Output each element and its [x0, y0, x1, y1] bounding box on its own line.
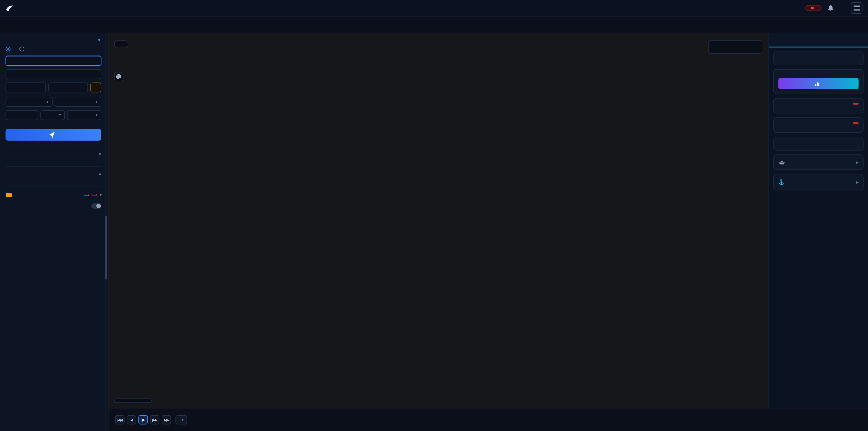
skip-end-button[interactable]: ▶▶|	[162, 415, 171, 425]
step-back-button[interactable]: ◀	[127, 415, 136, 425]
top-navbar	[0, 0, 868, 17]
chevron-right-icon: ▸	[99, 151, 101, 156]
folder-icon	[5, 192, 12, 197]
duration-select[interactable]: ▾	[67, 110, 101, 120]
notification-bell-icon[interactable]	[827, 4, 834, 12]
collapse-up-icon[interactable]: ▼	[97, 38, 101, 43]
master-layer-toggle[interactable]	[91, 203, 101, 209]
pollution-status-title	[778, 103, 859, 105]
pollution-analysis-card	[773, 69, 864, 94]
incident-status-badge	[805, 5, 822, 11]
weathering-card	[773, 137, 864, 151]
brand[interactable]	[5, 5, 20, 11]
owner-insurance-section[interactable]: ▸	[773, 174, 864, 190]
oil-type-select[interactable]: ▾	[55, 97, 101, 107]
app-root: ▼ ↑ ▾ ▾ ▾ ▾ ▸ ▸	[0, 0, 868, 431]
menu-icon[interactable]	[851, 2, 862, 13]
map-canvas[interactable]	[108, 33, 768, 408]
radio-direct-input[interactable]	[5, 47, 13, 52]
chevron-down-icon: ▾	[59, 113, 61, 118]
map-status-bar	[114, 398, 152, 403]
accident-name-input[interactable]	[5, 56, 101, 66]
run-prediction-button[interactable]	[5, 129, 101, 141]
accident-info-section[interactable]: ▸	[5, 146, 101, 161]
skip-start-button[interactable]: |◀◀	[115, 415, 125, 425]
longitude-input[interactable]	[48, 83, 88, 92]
up-arrow-icon: ↑	[94, 85, 96, 90]
anchor-icon	[778, 179, 784, 185]
sub-tabbar	[0, 17, 868, 33]
timeline-track[interactable]	[194, 408, 755, 431]
display-control-card	[773, 52, 864, 65]
weather-overlay	[114, 40, 128, 48]
ship-icon	[778, 159, 785, 165]
palette-icon	[116, 74, 122, 80]
spill-mode-select[interactable]: ▾	[5, 97, 52, 107]
chevron-down-icon: ▾	[46, 100, 49, 104]
action-buttons	[768, 408, 868, 431]
chevron-down-icon: ▾	[95, 100, 97, 104]
chevron-down-icon: ▾	[95, 113, 97, 118]
forecast-summary-title	[778, 122, 859, 124]
radio-image-upload[interactable]	[20, 47, 27, 52]
chart-icon	[815, 81, 819, 86]
radio-dot-icon	[5, 47, 10, 52]
radio-dot-icon	[20, 47, 24, 52]
map-area	[108, 33, 768, 408]
map-legend	[708, 40, 763, 54]
chevron-right-icon: ▸	[857, 160, 859, 165]
polygon-analysis-button[interactable]	[778, 78, 859, 89]
latitude-input[interactable]	[5, 83, 46, 92]
left-panel-scrollbar[interactable]	[105, 216, 107, 280]
summary-tab[interactable]	[769, 33, 868, 48]
analysis-summary-panel: ▸ ▸	[768, 33, 868, 408]
forecast-summary-card	[773, 117, 864, 133]
layers-all-off-button[interactable]	[91, 194, 97, 196]
nav-right	[805, 2, 862, 13]
accident-list-input[interactable]	[5, 69, 101, 79]
summary-content: ▸ ▸	[769, 48, 868, 195]
chevron-right-icon: ▸	[99, 172, 101, 177]
unit-select[interactable]: ▾	[40, 110, 65, 120]
impact-resources-section[interactable]: ▸	[5, 166, 101, 182]
danger-badge	[853, 103, 859, 105]
speed-select[interactable]: ▾	[176, 415, 187, 425]
pollution-status-card	[773, 98, 864, 114]
incident-dot-icon	[811, 6, 814, 9]
fast-forward-button[interactable]: ▶▶	[150, 415, 160, 425]
stage: ▼ ↑ ▾ ▾ ▾ ▾ ▸ ▸	[0, 0, 868, 431]
logo-icon	[5, 5, 13, 11]
map-style-palette-button[interactable]	[114, 72, 123, 81]
send-icon	[49, 132, 55, 138]
layers-section-header: ▾	[5, 186, 101, 201]
chevron-down-icon: ▾	[181, 418, 183, 423]
vessel-info-section[interactable]: ▸	[773, 154, 864, 170]
danger-badge	[853, 122, 859, 124]
play-button[interactable]: ▶	[138, 415, 148, 425]
chevron-down-icon[interactable]: ▾	[99, 192, 101, 197]
timeline-bar: |◀◀ ◀ ▶ ▶▶ ▶▶| ▾	[108, 408, 768, 431]
playback-controls: |◀◀ ◀ ▶ ▶▶ ▶▶| ▾	[115, 415, 187, 425]
pick-on-map-button[interactable]: ↑	[90, 83, 101, 92]
chevron-right-icon: ▸	[857, 180, 859, 185]
prediction-input-panel: ▼ ↑ ▾ ▾ ▾ ▾ ▸ ▸	[0, 33, 108, 431]
amount-input[interactable]	[5, 110, 38, 120]
master-layer-row	[5, 201, 101, 212]
layers-all-on-button[interactable]	[84, 194, 89, 196]
